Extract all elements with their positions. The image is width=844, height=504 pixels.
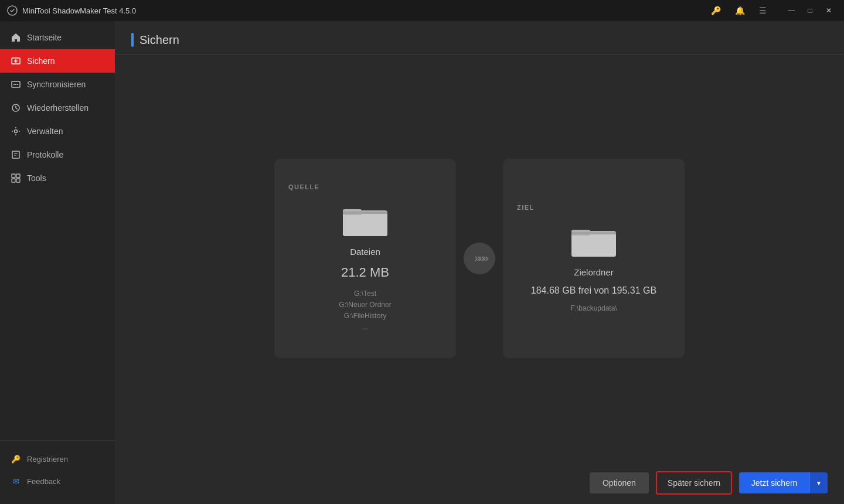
sidebar-label-registrieren: Registrieren — [27, 455, 68, 464]
home-icon — [11, 32, 21, 43]
source-folder-icon — [342, 201, 389, 239]
sidebar-label-protokolle: Protokolle — [27, 150, 63, 159]
sidebar-bottom: 🔑 Registrieren ✉ Feedback — [0, 440, 115, 504]
source-card[interactable]: QUELLE Dateien 21.2 MB G:\Test — [274, 159, 456, 358]
close-button[interactable]: ✕ — [821, 2, 837, 19]
later-button[interactable]: Später sichern — [656, 471, 732, 495]
svg-rect-13 — [343, 212, 387, 214]
destination-card[interactable]: ZIEL Zielordner 184.68 GB frei von 195.3… — [503, 159, 685, 358]
sidebar-label-wiederherstellen: Wiederherstellen — [27, 103, 89, 113]
sidebar-item-wiederherstellen[interactable]: Wiederherstellen — [0, 96, 115, 120]
tools-icon — [11, 173, 21, 183]
window-controls: — □ ✕ — [783, 2, 837, 19]
sidebar-label-feedback: Feedback — [27, 477, 60, 486]
svg-rect-7 — [16, 174, 20, 178]
key-sidebar-icon: 🔑 — [11, 454, 21, 464]
minimize-button[interactable]: — — [783, 2, 799, 19]
sync-icon — [11, 79, 21, 90]
now-dropdown-button[interactable]: ▼ — [809, 472, 828, 493]
source-path-3: G:\FileHistory — [339, 311, 391, 322]
svg-rect-11 — [343, 213, 387, 236]
footer-actions: Optionen Später sichern Jetzt sichern ▼ — [115, 462, 844, 504]
cards-area: QUELLE Dateien 21.2 MB G:\Test — [115, 55, 844, 462]
page-title: Sichern — [139, 33, 179, 47]
sidebar-label-tools: Tools — [27, 173, 46, 183]
manage-icon — [11, 126, 21, 137]
backup-icon — [11, 56, 21, 66]
titlebar-right: 🔑 🔔 ☰ — □ ✕ — [709, 2, 837, 19]
sidebar-label-verwalten: Verwalten — [27, 127, 63, 136]
arrow-container: »»» — [456, 243, 503, 274]
notification-icon[interactable]: 🔔 — [733, 4, 747, 18]
hamburger-menu-icon[interactable]: ☰ — [757, 4, 769, 18]
sidebar-item-protokolle[interactable]: Protokolle — [0, 143, 115, 166]
now-button[interactable]: Jetzt sichern — [739, 472, 809, 493]
options-button[interactable]: Optionen — [590, 472, 649, 493]
source-card-paths: G:\Test G:\Neuer Ordner G:\FileHistory .… — [339, 288, 391, 333]
maximize-button[interactable]: □ — [802, 2, 818, 19]
restore-icon — [11, 103, 21, 113]
sidebar-item-feedback[interactable]: ✉ Feedback — [0, 470, 115, 492]
sidebar-label-synchronisieren: Synchronisieren — [27, 80, 86, 89]
header-accent — [131, 33, 134, 47]
svg-rect-8 — [12, 179, 15, 182]
sidebar-item-synchronisieren[interactable]: Synchronisieren — [0, 73, 115, 96]
app-title: MiniTool ShadowMaker Test 4.5.0 — [22, 6, 136, 15]
now-button-container: Jetzt sichern ▼ — [739, 472, 828, 493]
source-card-size: 21.2 MB — [341, 265, 389, 280]
dest-card-free: 184.68 GB frei von 195.31 GB — [531, 285, 656, 296]
main-content: Sichern QUELLE Date — [115, 21, 844, 504]
key-icon[interactable]: 🔑 — [709, 4, 723, 18]
titlebar-left: MiniTool ShadowMaker Test 4.5.0 — [7, 5, 136, 16]
dest-card-path: F:\backupdata\ — [570, 304, 617, 312]
svg-rect-5 — [12, 151, 19, 158]
dest-card-label: ZIEL — [517, 204, 535, 211]
arrow-icon: »»» — [464, 243, 495, 274]
svg-rect-6 — [12, 174, 15, 178]
sidebar-item-startseite[interactable]: Startseite — [0, 26, 115, 49]
dest-folder-icon — [570, 222, 617, 259]
sidebar: Startseite Sichern Synchronisieren Wiede… — [0, 21, 115, 504]
sidebar-nav: Startseite Sichern Synchronisieren Wiede… — [0, 21, 115, 440]
svg-point-4 — [15, 130, 18, 133]
source-card-label: QUELLE — [288, 183, 320, 190]
svg-rect-9 — [16, 179, 20, 182]
sidebar-label-sichern: Sichern — [27, 56, 55, 66]
sidebar-label-startseite: Startseite — [27, 33, 62, 42]
app-body: Startseite Sichern Synchronisieren Wiede… — [0, 21, 844, 504]
source-path-more: ... — [339, 322, 391, 333]
source-path-2: G:\Neuer Ordner — [339, 299, 391, 311]
source-card-type: Dateien — [350, 247, 380, 257]
dest-card-type: Zielordner — [574, 267, 614, 277]
sidebar-item-registrieren[interactable]: 🔑 Registrieren — [0, 448, 115, 470]
sidebar-item-tools[interactable]: Tools — [0, 166, 115, 190]
arrow-chevrons: »»» — [474, 252, 486, 264]
logs-icon — [11, 149, 21, 160]
svg-rect-17 — [571, 232, 616, 234]
app-logo-icon — [7, 5, 18, 16]
sidebar-item-sichern[interactable]: Sichern — [0, 49, 115, 73]
page-header: Sichern — [115, 21, 844, 55]
mail-icon: ✉ — [11, 476, 21, 486]
source-path-1: G:\Test — [339, 288, 391, 299]
svg-rect-15 — [571, 233, 616, 257]
titlebar: MiniTool ShadowMaker Test 4.5.0 🔑 🔔 ☰ — … — [0, 0, 844, 21]
sidebar-item-verwalten[interactable]: Verwalten — [0, 120, 115, 143]
